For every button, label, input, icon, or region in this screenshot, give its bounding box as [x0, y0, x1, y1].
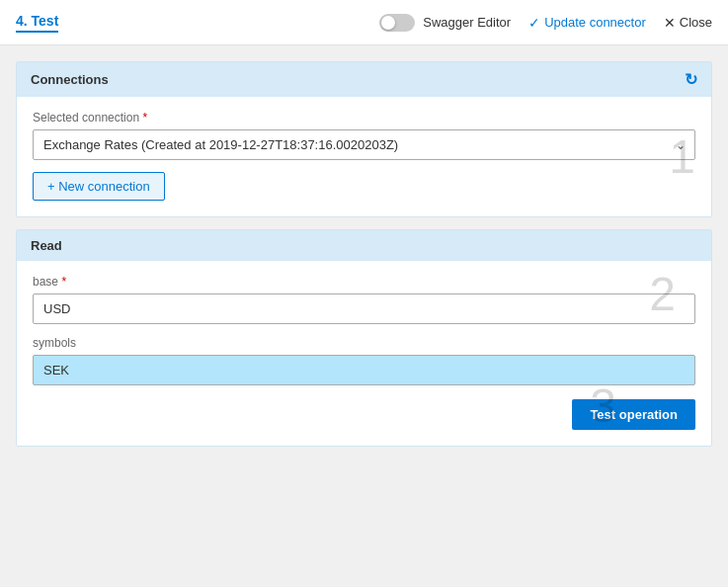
- close-label: Close: [680, 15, 712, 30]
- check-icon: ✓: [528, 15, 540, 31]
- connections-card-body: Selected connection * Exchange Rates (Cr…: [17, 97, 711, 216]
- refresh-icon[interactable]: ↻: [685, 70, 697, 89]
- connection-dropdown[interactable]: Exchange Rates (Created at 2019-12-27T18…: [33, 129, 695, 160]
- symbols-field-group: symbols: [33, 336, 695, 385]
- read-card: Read base * symbols 2 3 Test operation: [16, 229, 712, 447]
- top-actions: Swagger Editor ✓ Update connector ✕ Clos…: [379, 14, 712, 32]
- tab-label: 4. Test: [16, 13, 58, 33]
- base-field-group: base *: [33, 275, 695, 324]
- test-operation-button[interactable]: Test operation: [572, 399, 695, 430]
- new-connection-button[interactable]: + New connection: [33, 172, 165, 201]
- close-link[interactable]: ✕ Close: [664, 15, 712, 31]
- connections-card-header: Connections ↻: [17, 62, 711, 97]
- symbols-input[interactable]: [33, 355, 695, 385]
- swagger-editor-toggle[interactable]: [379, 14, 415, 32]
- swagger-editor-toggle-wrap[interactable]: Swagger Editor: [379, 14, 511, 32]
- base-label: base *: [33, 275, 695, 289]
- required-marker: *: [142, 111, 147, 125]
- read-card-body: base * symbols 2 3 Test operation: [17, 261, 711, 446]
- selected-connection-group: Selected connection * Exchange Rates (Cr…: [33, 111, 695, 160]
- swagger-editor-label: Swagger Editor: [423, 15, 511, 30]
- read-title: Read: [31, 238, 62, 253]
- read-card-header: Read: [17, 230, 711, 261]
- connection-dropdown-wrap: Exchange Rates (Created at 2019-12-27T18…: [33, 129, 695, 160]
- symbols-label: symbols: [33, 336, 695, 350]
- selected-connection-label: Selected connection *: [33, 111, 695, 125]
- main-content: Connections ↻ Selected connection * Exch…: [0, 45, 728, 587]
- toggle-thumb: [381, 16, 395, 30]
- top-bar: 4. Test Swagger Editor ✓ Update connecto…: [0, 0, 728, 45]
- close-x-icon: ✕: [664, 15, 676, 31]
- test-btn-row: 3 Test operation: [33, 399, 695, 430]
- connections-title: Connections: [31, 72, 109, 87]
- update-connector-label: Update connector: [544, 15, 646, 30]
- connections-card: Connections ↻ Selected connection * Exch…: [16, 61, 712, 217]
- base-required-marker: *: [61, 275, 66, 289]
- base-input[interactable]: [33, 294, 695, 324]
- update-connector-link[interactable]: ✓ Update connector: [528, 15, 646, 31]
